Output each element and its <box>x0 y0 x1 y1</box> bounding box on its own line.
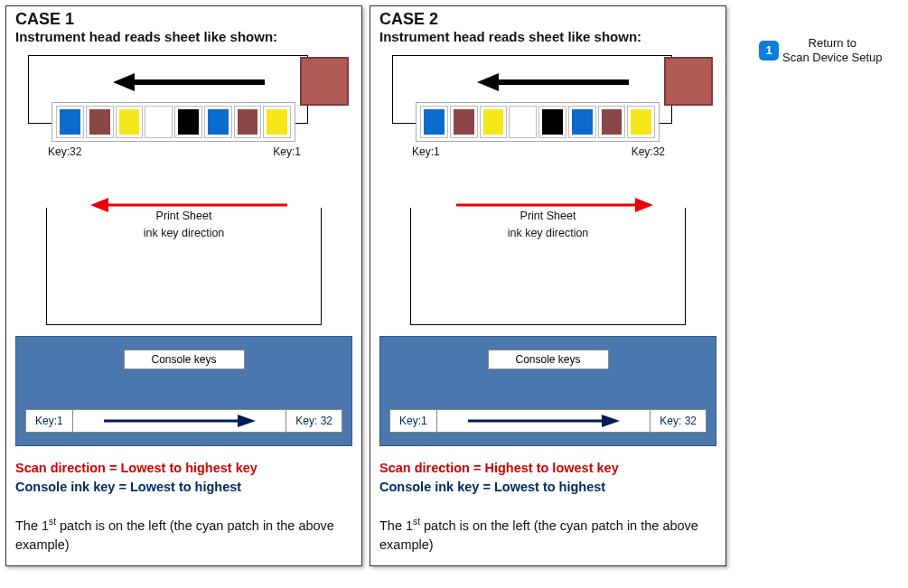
patch-brown <box>598 106 626 138</box>
first-patch-note: The 1st patch is on the left (the cyan p… <box>15 516 352 555</box>
console-key-row: Key:1 Key: 32 <box>389 409 707 433</box>
patch-cyan <box>420 106 448 138</box>
console-block: Console keys Key:1 Key: 32 <box>379 336 716 446</box>
svg-marker-5 <box>238 415 256 427</box>
svg-marker-7 <box>477 73 499 91</box>
console-block: Console keys Key:1 Key: 32 <box>15 336 352 446</box>
top-key-left: Key:1 <box>412 145 440 158</box>
console-key-right: Key: 32 <box>650 409 707 433</box>
patch-brown <box>234 106 262 138</box>
scan-head-icon <box>664 57 713 106</box>
case-1-subtitle: Instrument head reads sheet like shown: <box>15 29 352 44</box>
step-badge-icon: 1 <box>759 41 779 61</box>
console-key-left: Key:1 <box>25 409 73 433</box>
patch-blank <box>145 106 173 138</box>
console-arrow <box>437 409 651 433</box>
patch-strip <box>416 102 660 142</box>
top-key-left: Key:32 <box>48 145 81 158</box>
case-2-panel: CASE 2 Instrument head reads sheet like … <box>370 5 726 566</box>
case-2-subtitle: Instrument head reads sheet like shown: <box>379 29 716 44</box>
patch-yellow <box>263 106 291 138</box>
scan-direction-arrow-icon <box>477 73 632 91</box>
ink-key-direction-arrow-icon <box>90 197 289 213</box>
scan-direction-text: Scan direction = Lowest to highest key <box>15 459 352 478</box>
patch-strip <box>51 102 295 142</box>
patch-cyan <box>204 106 232 138</box>
print-sheet-box: Print Sheet ink key direction <box>410 208 686 325</box>
case-1-instrument-diagram: Key:32 Key:1 <box>15 51 352 173</box>
case-1-title: CASE 1 <box>15 10 352 29</box>
console-title: Console keys <box>487 350 608 369</box>
svg-marker-3 <box>90 198 108 212</box>
case-2-instrument-diagram: Key:1 Key:32 <box>379 51 716 173</box>
patch-yellow <box>480 106 508 138</box>
patch-yellow <box>116 106 144 138</box>
console-direction-text: Console ink key = Lowest to highest <box>15 478 352 497</box>
ink-key-direction-arrow-icon <box>454 197 653 213</box>
svg-marker-9 <box>635 198 653 212</box>
svg-marker-1 <box>113 73 135 91</box>
patch-black <box>538 106 566 138</box>
case-1-summary: Scan direction = Lowest to highest key C… <box>15 459 352 555</box>
patch-yellow <box>627 106 655 138</box>
case-2-summary: Scan direction = Highest to lowest key C… <box>379 459 716 555</box>
scan-direction-arrow-icon <box>113 73 268 91</box>
patch-cyan <box>56 106 84 138</box>
patch-cyan <box>568 106 596 138</box>
console-title: Console keys <box>123 350 244 369</box>
first-patch-note: The 1st patch is on the left (the cyan p… <box>379 516 716 555</box>
scan-direction-text: Scan direction = Highest to lowest key <box>379 459 716 478</box>
print-sheet-box: Print Sheet ink key direction <box>46 208 322 325</box>
cases-container: CASE 1 Instrument head reads sheet like … <box>0 0 908 572</box>
console-key-left: Key:1 <box>389 409 437 433</box>
top-key-right: Key:32 <box>632 145 665 158</box>
patch-blank <box>509 106 537 138</box>
case-1-panel: CASE 1 Instrument head reads sheet like … <box>5 5 362 566</box>
console-direction-arrow-icon <box>102 414 256 428</box>
scan-head-icon <box>300 57 349 106</box>
top-key-labels: Key:1 Key:32 <box>412 145 665 158</box>
top-key-right: Key:1 <box>273 145 301 158</box>
console-direction-text: Console ink key = Lowest to highest <box>379 478 716 497</box>
console-arrow <box>73 409 286 433</box>
patch-brown <box>450 106 478 138</box>
top-key-labels: Key:32 Key:1 <box>48 145 301 158</box>
case-2-title: CASE 2 <box>379 10 716 29</box>
console-key-right: Key: 32 <box>286 409 342 433</box>
svg-marker-11 <box>602 415 620 427</box>
patch-brown <box>86 106 114 138</box>
return-link-text: Return to Scan Device Setup <box>782 36 883 64</box>
return-to-scan-device-setup-link[interactable]: 1 Return to Scan Device Setup <box>759 36 883 64</box>
patch-black <box>174 106 202 138</box>
console-key-row: Key:1 Key: 32 <box>25 409 342 433</box>
console-direction-arrow-icon <box>466 414 620 428</box>
